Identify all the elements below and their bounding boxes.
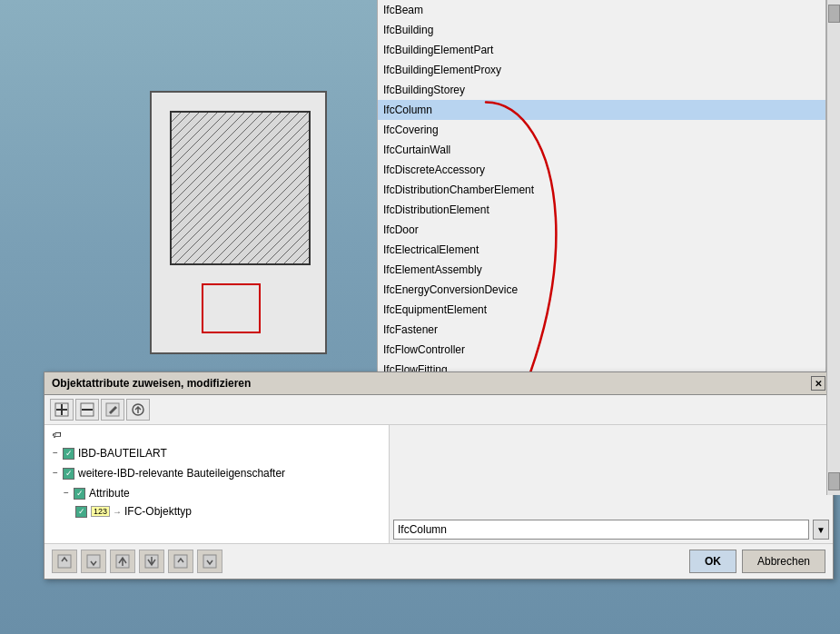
ifc-list-item[interactable]: IfcElementAssembly (378, 260, 825, 280)
ifc-list-item[interactable]: IfcCurtainWall (378, 140, 825, 160)
ifc-list-item[interactable]: IfcFlowController (378, 340, 825, 360)
footer-status-btn-4[interactable] (139, 550, 164, 573)
ifc-row-num: 123 (91, 506, 110, 517)
tag-icon: 🏷 (50, 429, 64, 441)
svg-rect-0 (172, 113, 309, 263)
label-weitere: weitere-IBD-relevante Bauteileigenschaft… (78, 465, 285, 481)
dialog-close-button[interactable]: ✕ (811, 376, 825, 391)
dialog-footer: OK Abbrechen (44, 543, 833, 579)
remove-button[interactable] (75, 399, 99, 421)
tree-item-attribute[interactable]: − ✓ Attribute (46, 483, 387, 503)
dialog-content: 🏷 − ✓ IBD-BAUTEILART − ✓ weitere-IBD-rel… (44, 425, 833, 543)
dropdown-arrow-icon[interactable]: ▼ (813, 520, 829, 540)
ifc-list-item[interactable]: IfcBuildingElementPart (378, 40, 825, 60)
ifc-list-item[interactable]: IfcDistributionChamberElement (378, 180, 825, 200)
toggle-bauteilart[interactable]: − (50, 448, 61, 459)
checkbox-ifc-objekttyp[interactable]: ✓ (75, 506, 87, 518)
label-attribute: Attribute (89, 485, 130, 501)
ifc-list-item[interactable]: IfcCovering (378, 120, 825, 140)
toggle-attribute[interactable]: − (61, 488, 72, 499)
cad-drawing (150, 91, 327, 354)
footer-status-btn-5[interactable] (168, 550, 193, 573)
dialog-title-bar: Objektattribute zuweisen, modifizieren ✕ (44, 372, 833, 395)
tree-panel: 🏷 − ✓ IBD-BAUTEILART − ✓ weitere-IBD-rel… (44, 425, 390, 543)
main-right-scrollbar[interactable] (826, 0, 840, 495)
ifc-list-item[interactable]: IfcBuilding (378, 20, 825, 40)
cancel-button[interactable]: Abbrechen (742, 550, 825, 573)
ifc-list-item[interactable]: IfcBuildingElementProxy (378, 60, 825, 80)
footer-status-btn-6[interactable] (197, 550, 222, 573)
svg-rect-13 (174, 555, 187, 568)
svg-rect-14 (203, 555, 216, 568)
add-button[interactable] (50, 399, 74, 421)
checkbox-attribute[interactable]: ✓ (74, 488, 85, 500)
footer-status-btn-3[interactable] (110, 550, 135, 573)
footer-status-btn-2[interactable] (81, 550, 106, 573)
footer-status-btn-1[interactable] (52, 550, 77, 573)
tree-root-icon: 🏷 (46, 427, 387, 443)
ifc-list-item[interactable]: IfcColumn (378, 100, 825, 120)
ifc-list-item[interactable]: IfcBeam (378, 0, 825, 20)
ifc-column-dropdown[interactable]: IfcColumnIfcBeamIfcWallIfcSlabIfcDoorIfc… (393, 520, 809, 540)
main-scrollbar-top-thumb[interactable] (828, 5, 840, 23)
tree-item-bauteilart[interactable]: − ✓ IBD-BAUTEILART (46, 443, 387, 463)
tree-item-weitere[interactable]: − ✓ weitere-IBD-relevante Bauteileigensc… (46, 463, 387, 483)
ifc-list-item[interactable]: IfcElectricalElement (378, 240, 825, 260)
ifc-objekttyp-row[interactable]: ✓ 123 → IFC-Objekttyp (46, 503, 387, 520)
svg-rect-3 (61, 404, 63, 415)
svg-rect-5 (82, 409, 93, 411)
cad-small-box (202, 283, 261, 333)
ok-button[interactable]: OK (689, 550, 736, 573)
dialog-toolbar (44, 395, 833, 425)
label-ifc-objekttyp: IFC-Objekttyp (124, 505, 192, 518)
ifc-list-item[interactable]: IfcFastener (378, 320, 825, 340)
checkbox-bauteilart[interactable]: ✓ (63, 448, 74, 460)
ifc-list-item[interactable]: IfcEquipmentElement (378, 300, 825, 320)
checkbox-weitere[interactable]: ✓ (63, 468, 74, 480)
ifc-list-item[interactable]: IfcDoor (378, 220, 825, 240)
ifc-list-item[interactable]: IfcEnergyConversionDevice (378, 280, 825, 300)
ifc-list-item[interactable]: IfcDistributionElement (378, 200, 825, 220)
cad-hatch-svg (172, 113, 309, 263)
main-scrollbar-bottom-thumb[interactable] (828, 472, 840, 490)
ifc-list-item[interactable]: IfcBuildingStorey (378, 80, 825, 100)
toggle-weitere[interactable]: − (50, 468, 61, 479)
import-button[interactable] (126, 399, 150, 421)
ifc-dropdown-container: IfcColumnIfcBeamIfcWallIfcSlabIfcDoorIfc… (393, 520, 829, 540)
ifc-row-arrow-icon: → (113, 507, 122, 517)
edit-button[interactable] (101, 399, 124, 421)
dialog-objektattribute: Objektattribute zuweisen, modifizieren ✕… (44, 371, 834, 580)
dropdown-panel: IfcColumnIfcBeamIfcWallIfcSlabIfcDoorIfc… (390, 425, 833, 543)
ifc-list-item[interactable]: IfcDiscreteAccessory (378, 160, 825, 180)
label-bauteilart: IBD-BAUTEILART (78, 445, 167, 461)
cad-hatch-area (170, 111, 311, 265)
dialog-title: Objektattribute zuweisen, modifizieren (52, 377, 251, 390)
